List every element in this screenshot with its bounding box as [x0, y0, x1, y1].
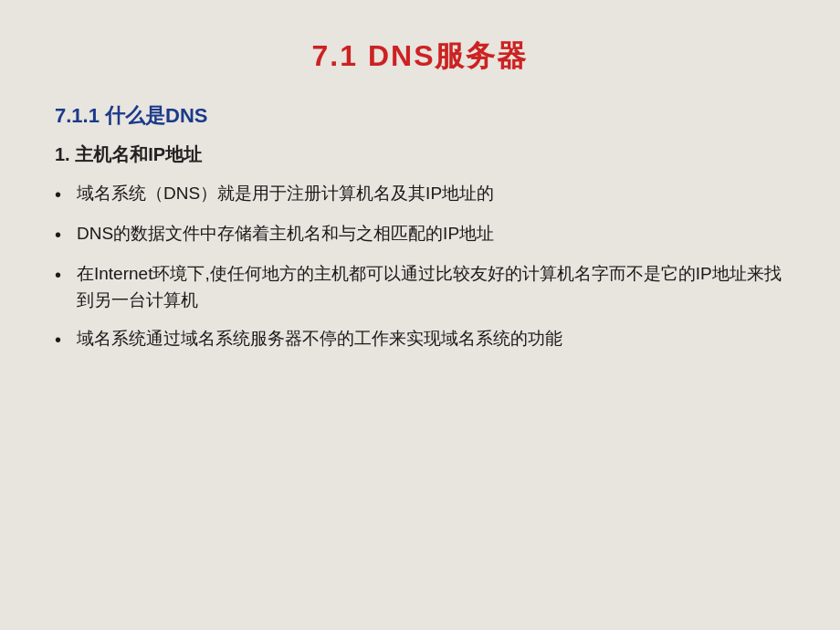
sub-heading: 1. 主机名和IP地址 — [55, 142, 785, 167]
section-heading: 7.1.1 什么是DNS — [55, 102, 785, 130]
bullet-list: • 域名系统（DNS）就是用于注册计算机名及其IP地址的 • DNS的数据文件中… — [55, 180, 785, 354]
list-item: • 域名系统（DNS）就是用于注册计算机名及其IP地址的 — [55, 180, 785, 209]
bullet-text: DNS的数据文件中存储着主机名和与之相匹配的IP地址 — [77, 220, 785, 247]
bullet-dot: • — [55, 326, 71, 354]
slide-title: 7.1 DNS服务器 — [55, 37, 785, 77]
bullet-dot: • — [55, 181, 71, 209]
list-item: • DNS的数据文件中存储着主机名和与之相匹配的IP地址 — [55, 220, 785, 249]
bullet-text: 在Internet环境下,使任何地方的主机都可以通过比较友好的计算机名字而不是它… — [77, 260, 785, 314]
bullet-text: 域名系统（DNS）就是用于注册计算机名及其IP地址的 — [77, 180, 785, 206]
list-item: • 域名系统通过域名系统服务器不停的工作来实现域名系统的功能 — [55, 325, 785, 354]
bullet-text: 域名系统通过域名系统服务器不停的工作来实现域名系统的功能 — [77, 325, 785, 352]
bullet-dot: • — [55, 221, 71, 249]
list-item: • 在Internet环境下,使任何地方的主机都可以通过比较友好的计算机名字而不… — [55, 260, 785, 314]
slide: 7.1 DNS服务器 7.1.1 什么是DNS 1. 主机名和IP地址 • 域名… — [0, 0, 840, 630]
bullet-dot: • — [55, 261, 71, 289]
